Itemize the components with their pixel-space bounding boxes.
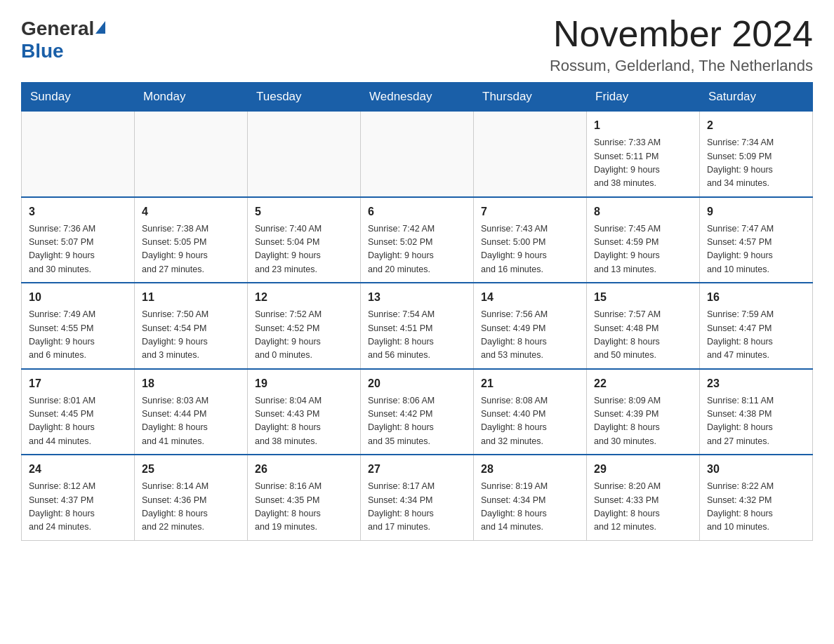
logo: General Blue <box>21 14 105 62</box>
header-sunday: Sunday <box>22 83 135 112</box>
calendar-cell: 21Sunrise: 8:08 AM Sunset: 4:40 PM Dayli… <box>474 369 587 455</box>
day-number: 24 <box>29 461 127 478</box>
day-number: 7 <box>481 203 579 220</box>
day-number: 22 <box>594 375 692 392</box>
calendar-cell: 25Sunrise: 8:14 AM Sunset: 4:36 PM Dayli… <box>135 455 248 540</box>
header-friday: Friday <box>587 83 700 112</box>
day-info: Sunrise: 7:57 AM Sunset: 4:48 PM Dayligh… <box>594 308 692 363</box>
calendar-cell: 6Sunrise: 7:42 AM Sunset: 5:02 PM Daylig… <box>361 197 474 283</box>
day-number: 1 <box>594 117 692 134</box>
day-info: Sunrise: 7:49 AM Sunset: 4:55 PM Dayligh… <box>29 308 127 363</box>
calendar-cell: 28Sunrise: 8:19 AM Sunset: 4:34 PM Dayli… <box>474 455 587 540</box>
day-info: Sunrise: 8:22 AM Sunset: 4:32 PM Dayligh… <box>707 480 805 535</box>
title-area: November 2024 Rossum, Gelderland, The Ne… <box>550 14 813 75</box>
logo-blue-part <box>94 24 105 34</box>
day-number: 8 <box>594 203 692 220</box>
calendar-week-row-3: 10Sunrise: 7:49 AM Sunset: 4:55 PM Dayli… <box>22 283 813 369</box>
day-number: 23 <box>707 375 805 392</box>
calendar-cell: 2Sunrise: 7:34 AM Sunset: 5:09 PM Daylig… <box>700 112 813 197</box>
calendar-cell: 16Sunrise: 7:59 AM Sunset: 4:47 PM Dayli… <box>700 283 813 369</box>
calendar-cell: 7Sunrise: 7:43 AM Sunset: 5:00 PM Daylig… <box>474 197 587 283</box>
header-thursday: Thursday <box>474 83 587 112</box>
calendar-cell: 1Sunrise: 7:33 AM Sunset: 5:11 PM Daylig… <box>587 112 700 197</box>
day-info: Sunrise: 8:16 AM Sunset: 4:35 PM Dayligh… <box>255 480 353 535</box>
calendar-cell: 20Sunrise: 8:06 AM Sunset: 4:42 PM Dayli… <box>361 369 474 455</box>
day-number: 4 <box>142 203 240 220</box>
day-info: Sunrise: 8:09 AM Sunset: 4:39 PM Dayligh… <box>594 394 692 449</box>
day-number: 27 <box>368 461 466 478</box>
calendar-cell: 23Sunrise: 8:11 AM Sunset: 4:38 PM Dayli… <box>700 369 813 455</box>
calendar-cell: 30Sunrise: 8:22 AM Sunset: 4:32 PM Dayli… <box>700 455 813 540</box>
calendar-cell: 17Sunrise: 8:01 AM Sunset: 4:45 PM Dayli… <box>22 369 135 455</box>
day-number: 13 <box>368 289 466 306</box>
day-info: Sunrise: 8:08 AM Sunset: 4:40 PM Dayligh… <box>481 394 579 449</box>
calendar-cell: 22Sunrise: 8:09 AM Sunset: 4:39 PM Dayli… <box>587 369 700 455</box>
calendar-cell: 29Sunrise: 8:20 AM Sunset: 4:33 PM Dayli… <box>587 455 700 540</box>
calendar-cell: 24Sunrise: 8:12 AM Sunset: 4:37 PM Dayli… <box>22 455 135 540</box>
day-info: Sunrise: 7:47 AM Sunset: 4:57 PM Dayligh… <box>707 222 805 277</box>
calendar-cell <box>248 112 361 197</box>
calendar-week-row-1: 1Sunrise: 7:33 AM Sunset: 5:11 PM Daylig… <box>22 112 813 197</box>
calendar-week-row-2: 3Sunrise: 7:36 AM Sunset: 5:07 PM Daylig… <box>22 197 813 283</box>
day-info: Sunrise: 8:12 AM Sunset: 4:37 PM Dayligh… <box>29 480 127 535</box>
calendar-cell: 5Sunrise: 7:40 AM Sunset: 5:04 PM Daylig… <box>248 197 361 283</box>
calendar-cell: 19Sunrise: 8:04 AM Sunset: 4:43 PM Dayli… <box>248 369 361 455</box>
day-info: Sunrise: 8:19 AM Sunset: 4:34 PM Dayligh… <box>481 480 579 535</box>
day-number: 18 <box>142 375 240 392</box>
day-number: 5 <box>255 203 353 220</box>
day-number: 12 <box>255 289 353 306</box>
header-wednesday: Wednesday <box>361 83 474 112</box>
day-number: 14 <box>481 289 579 306</box>
day-info: Sunrise: 7:33 AM Sunset: 5:11 PM Dayligh… <box>594 136 692 191</box>
day-info: Sunrise: 7:50 AM Sunset: 4:54 PM Dayligh… <box>142 308 240 363</box>
day-info: Sunrise: 7:45 AM Sunset: 4:59 PM Dayligh… <box>594 222 692 277</box>
calendar-cell <box>135 112 248 197</box>
calendar-cell: 13Sunrise: 7:54 AM Sunset: 4:51 PM Dayli… <box>361 283 474 369</box>
day-number: 9 <box>707 203 805 220</box>
day-number: 19 <box>255 375 353 392</box>
day-info: Sunrise: 7:36 AM Sunset: 5:07 PM Dayligh… <box>29 222 127 277</box>
day-info: Sunrise: 7:43 AM Sunset: 5:00 PM Dayligh… <box>481 222 579 277</box>
day-info: Sunrise: 7:38 AM Sunset: 5:05 PM Dayligh… <box>142 222 240 277</box>
calendar-week-row-5: 24Sunrise: 8:12 AM Sunset: 4:37 PM Dayli… <box>22 455 813 540</box>
day-number: 3 <box>29 203 127 220</box>
day-info: Sunrise: 7:40 AM Sunset: 5:04 PM Dayligh… <box>255 222 353 277</box>
day-number: 28 <box>481 461 579 478</box>
day-number: 17 <box>29 375 127 392</box>
calendar-cell <box>22 112 135 197</box>
calendar-cell: 10Sunrise: 7:49 AM Sunset: 4:55 PM Dayli… <box>22 283 135 369</box>
calendar-cell: 18Sunrise: 8:03 AM Sunset: 4:44 PM Dayli… <box>135 369 248 455</box>
day-info: Sunrise: 7:42 AM Sunset: 5:02 PM Dayligh… <box>368 222 466 277</box>
day-info: Sunrise: 8:01 AM Sunset: 4:45 PM Dayligh… <box>29 394 127 449</box>
header-saturday: Saturday <box>700 83 813 112</box>
calendar-cell: 15Sunrise: 7:57 AM Sunset: 4:48 PM Dayli… <box>587 283 700 369</box>
location-title: Rossum, Gelderland, The Netherlands <box>550 57 813 75</box>
day-number: 10 <box>29 289 127 306</box>
calendar-cell: 4Sunrise: 7:38 AM Sunset: 5:05 PM Daylig… <box>135 197 248 283</box>
day-number: 25 <box>142 461 240 478</box>
header-tuesday: Tuesday <box>248 83 361 112</box>
day-info: Sunrise: 7:34 AM Sunset: 5:09 PM Dayligh… <box>707 136 805 191</box>
calendar-cell: 11Sunrise: 7:50 AM Sunset: 4:54 PM Dayli… <box>135 283 248 369</box>
calendar-cell: 12Sunrise: 7:52 AM Sunset: 4:52 PM Dayli… <box>248 283 361 369</box>
day-number: 16 <box>707 289 805 306</box>
day-number: 21 <box>481 375 579 392</box>
day-number: 15 <box>594 289 692 306</box>
calendar-cell <box>474 112 587 197</box>
day-info: Sunrise: 8:17 AM Sunset: 4:34 PM Dayligh… <box>368 480 466 535</box>
header: General Blue November 2024 Rossum, Gelde… <box>21 14 813 75</box>
day-info: Sunrise: 8:20 AM Sunset: 4:33 PM Dayligh… <box>594 480 692 535</box>
month-title: November 2024 <box>550 14 813 54</box>
day-info: Sunrise: 7:59 AM Sunset: 4:47 PM Dayligh… <box>707 308 805 363</box>
header-monday: Monday <box>135 83 248 112</box>
weekday-header-row: Sunday Monday Tuesday Wednesday Thursday… <box>22 83 813 112</box>
day-number: 2 <box>707 117 805 134</box>
day-number: 6 <box>368 203 466 220</box>
logo-general-text: General <box>21 18 94 40</box>
calendar-cell: 9Sunrise: 7:47 AM Sunset: 4:57 PM Daylig… <box>700 197 813 283</box>
day-number: 29 <box>594 461 692 478</box>
calendar-cell: 14Sunrise: 7:56 AM Sunset: 4:49 PM Dayli… <box>474 283 587 369</box>
day-number: 26 <box>255 461 353 478</box>
calendar-table: Sunday Monday Tuesday Wednesday Thursday… <box>21 82 813 541</box>
calendar-cell: 8Sunrise: 7:45 AM Sunset: 4:59 PM Daylig… <box>587 197 700 283</box>
